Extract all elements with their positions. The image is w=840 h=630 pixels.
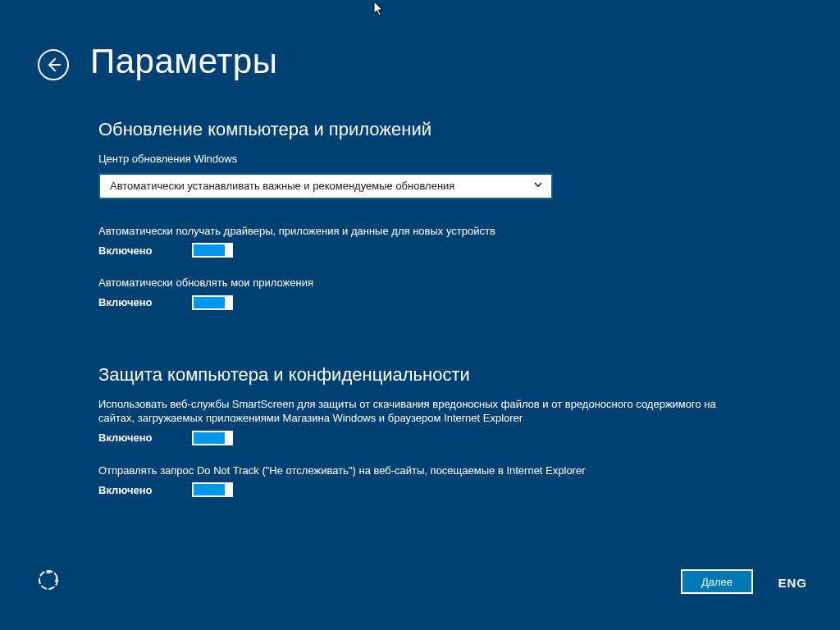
dnt-label: Отправлять запрос Do Not Track ("Не отсл… — [98, 463, 746, 478]
auto-drivers-label: Автоматически получать драйверы, приложе… — [98, 224, 746, 239]
dropdown-selected-value: Автоматически устанавливать важные и рек… — [110, 180, 454, 192]
ease-of-access-button[interactable] — [36, 568, 61, 596]
windows-update-label: Центр обновления Windows — [98, 152, 746, 167]
windows-update-dropdown[interactable]: Автоматически устанавливать важные и рек… — [98, 173, 553, 199]
auto-drivers-toggle[interactable] — [192, 243, 233, 258]
language-indicator[interactable]: ENG — [778, 576, 807, 590]
dnt-state: Включено — [98, 484, 169, 496]
ease-of-access-icon — [36, 568, 61, 592]
smartscreen-state: Включено — [98, 431, 169, 444]
auto-drivers-state: Включено — [98, 244, 169, 257]
dnt-toggle[interactable] — [192, 482, 233, 497]
section-heading-updates: Обновление компьютера и приложений — [98, 119, 746, 140]
cursor-icon — [373, 1, 386, 17]
smartscreen-label: Использовать веб-службы SmartScreen для … — [98, 397, 746, 426]
smartscreen-toggle[interactable] — [192, 431, 233, 445]
arrow-left-icon — [45, 57, 62, 73]
chevron-down-icon — [533, 180, 543, 192]
svg-point-0 — [39, 571, 57, 589]
next-button-label: Далее — [701, 576, 733, 588]
back-button[interactable] — [38, 49, 69, 80]
auto-apps-label: Автоматически обновлять мои приложения — [98, 276, 746, 290]
next-button[interactable]: Далее — [681, 569, 753, 594]
auto-apps-state: Включено — [98, 296, 169, 308]
page-title: Параметры — [90, 42, 277, 81]
section-heading-privacy: Защита компьютера и конфиденциальности — [98, 364, 746, 386]
auto-apps-toggle[interactable] — [192, 295, 233, 310]
